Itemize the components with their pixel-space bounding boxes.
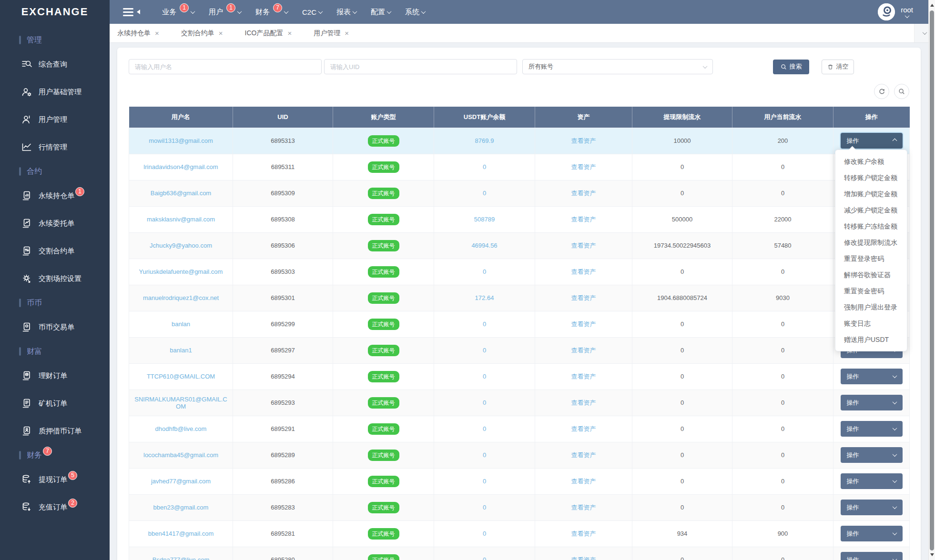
action-menu-item[interactable]: 重置登录密码 xyxy=(835,250,907,267)
username-link[interactable]: Yuriuskdelafuente@gmail.com xyxy=(139,268,223,275)
balance-link[interactable]: 0 xyxy=(483,190,486,197)
balance-link[interactable]: 0 xyxy=(483,504,486,511)
balance-link[interactable]: 0 xyxy=(483,163,486,170)
balance-link[interactable]: 0 xyxy=(483,425,486,432)
username-link[interactable]: bben41417@gmail.com xyxy=(148,530,214,537)
tab-close-icon[interactable]: × xyxy=(345,30,349,37)
view-assets-link[interactable]: 查看资产 xyxy=(571,425,596,432)
scrollbar-thumb[interactable] xyxy=(930,10,934,550)
username-link[interactable]: bben23@gmail.com xyxy=(153,504,209,511)
balance-link[interactable]: 0 xyxy=(483,530,486,537)
balance-link[interactable]: 46994.56 xyxy=(471,242,497,249)
username-link[interactable]: dhodhfb@live.com xyxy=(155,425,207,432)
topbar-user-area[interactable]: root xyxy=(878,3,913,20)
tab-close-icon[interactable]: × xyxy=(219,30,223,37)
sidebar-item[interactable]: 理财订单 xyxy=(0,362,110,390)
topnav-item[interactable]: 配置 xyxy=(371,8,391,17)
action-menu-item[interactable]: 赠送用户USDT xyxy=(835,331,907,348)
search-button[interactable]: 搜索 xyxy=(773,60,809,74)
sidebar-item[interactable]: 用户基础管理 xyxy=(0,78,110,106)
account-type-select[interactable]: 所有账号 xyxy=(522,59,713,74)
username-filter-input[interactable] xyxy=(129,59,322,74)
sidebar-item[interactable]: 交割合约单 xyxy=(0,237,110,265)
view-assets-link[interactable]: 查看资产 xyxy=(571,478,596,485)
action-menu-item[interactable]: 账变日志 xyxy=(835,315,907,331)
user-menu[interactable]: root xyxy=(901,6,913,18)
tab[interactable]: 永续持仓单 × xyxy=(117,29,159,38)
view-assets-link[interactable]: 查看资产 xyxy=(571,294,596,301)
username-link[interactable]: banlan xyxy=(172,320,190,328)
row-action-button[interactable]: 操作 xyxy=(841,421,903,437)
balance-link[interactable]: 0 xyxy=(483,399,486,406)
sidebar-item[interactable]: 用户管理 xyxy=(0,106,110,133)
scroll-up-arrow[interactable] xyxy=(930,4,934,7)
sidebar-item[interactable]: 行情管理 xyxy=(0,133,110,161)
view-assets-link[interactable]: 查看资产 xyxy=(571,163,596,170)
tab[interactable]: ICO产品配置 × xyxy=(245,29,292,38)
balance-link[interactable]: 0 xyxy=(483,320,486,328)
action-menu-item[interactable]: 转移账户锁定金额 xyxy=(835,170,907,186)
view-assets-link[interactable]: 查看资产 xyxy=(571,190,596,197)
action-menu-item[interactable]: 转移账户冻结金额 xyxy=(835,218,907,234)
username-link[interactable]: locochamba45@gmail.com xyxy=(143,451,218,459)
balance-link[interactable]: 8769.9 xyxy=(475,137,494,144)
balance-link[interactable]: 0 xyxy=(483,478,486,485)
tab[interactable]: 交割合约单 × xyxy=(181,29,223,38)
view-assets-link[interactable]: 查看资产 xyxy=(571,347,596,354)
sidebar-collapse-button[interactable] xyxy=(123,8,140,16)
action-menu-item[interactable]: 解绑谷歌验证器 xyxy=(835,267,907,283)
refresh-button[interactable] xyxy=(874,84,889,99)
row-action-button[interactable]: 操作 xyxy=(841,526,903,541)
sidebar-item[interactable]: 充值订单 2 xyxy=(0,493,110,521)
row-action-button[interactable]: 操作 xyxy=(841,552,903,560)
uid-filter-input[interactable] xyxy=(324,59,517,74)
view-assets-link[interactable]: 查看资产 xyxy=(571,268,596,275)
balance-link[interactable]: 0 xyxy=(483,451,486,459)
username-link[interactable]: lrinadavidson4@gmail.com xyxy=(143,163,218,170)
username-link[interactable]: TTCP610@GMAIL.COM xyxy=(147,373,215,380)
view-assets-link[interactable]: 查看资产 xyxy=(571,320,596,328)
tab-close-icon[interactable]: × xyxy=(287,30,292,37)
username-link[interactable]: javhed77@gmail.com xyxy=(151,478,211,485)
username-link[interactable]: Jchucky9@yahoo.com xyxy=(150,242,212,249)
balance-link[interactable]: 0 xyxy=(483,556,486,560)
view-assets-link[interactable]: 查看资产 xyxy=(571,242,596,249)
row-action-button[interactable]: 操作 xyxy=(841,369,903,384)
sidebar-item[interactable]: 质押借币订单 xyxy=(0,417,110,445)
action-menu-item[interactable]: 修改提现限制流水 xyxy=(835,234,907,250)
topnav-item[interactable]: 财务 7 xyxy=(255,8,288,17)
action-menu-item[interactable]: 增加账户锁定金额 xyxy=(835,186,907,202)
topnav-item[interactable]: 报表 xyxy=(336,8,356,17)
topnav-item[interactable]: 用户 1 xyxy=(209,8,241,17)
topnav-item[interactable]: C2C xyxy=(302,8,322,16)
row-action-button[interactable]: 操作 xyxy=(841,473,903,489)
view-assets-link[interactable]: 查看资产 xyxy=(571,216,596,223)
topnav-item[interactable]: 系统 xyxy=(405,8,425,17)
row-action-button[interactable]: 操作 xyxy=(841,395,903,410)
balance-link[interactable]: 172.64 xyxy=(475,294,494,301)
row-action-button[interactable]: 操作 xyxy=(841,447,903,463)
view-assets-link[interactable]: 查看资产 xyxy=(571,556,596,560)
clear-button[interactable]: 清空 xyxy=(822,60,854,74)
username-link[interactable]: Baigb636@gmail.com xyxy=(151,190,211,197)
action-menu-item[interactable]: 减少账户锁定金额 xyxy=(835,202,907,218)
action-menu-item[interactable]: 修改账户余额 xyxy=(835,153,907,170)
topnav-item[interactable]: 业务 1 xyxy=(162,8,194,17)
view-assets-link[interactable]: 查看资产 xyxy=(571,399,596,406)
action-menu-item[interactable]: 重置资金密码 xyxy=(835,283,907,299)
vertical-scrollbar[interactable] xyxy=(928,0,935,560)
sidebar-item[interactable]: 矿机订单 xyxy=(0,390,110,417)
action-menu-item[interactable]: 强制用户退出登录 xyxy=(835,299,907,315)
view-assets-link[interactable]: 查看资产 xyxy=(571,373,596,380)
tab-close-icon[interactable]: × xyxy=(155,30,159,37)
username-link[interactable]: SNIRMALKUMARS01@GMAIL.COM xyxy=(134,396,227,410)
row-action-button[interactable]: 操作 xyxy=(841,500,903,515)
column-search-button[interactable] xyxy=(894,84,909,99)
view-assets-link[interactable]: 查看资产 xyxy=(571,451,596,459)
view-assets-link[interactable]: 查看资产 xyxy=(571,504,596,511)
sidebar-item[interactable]: 币币交易单 xyxy=(0,313,110,341)
username-link[interactable]: Bsdna777@live.com xyxy=(152,556,209,560)
balance-link[interactable]: 508789 xyxy=(474,216,495,223)
username-link[interactable]: banlan1 xyxy=(170,347,192,354)
balance-link[interactable]: 0 xyxy=(483,268,486,275)
